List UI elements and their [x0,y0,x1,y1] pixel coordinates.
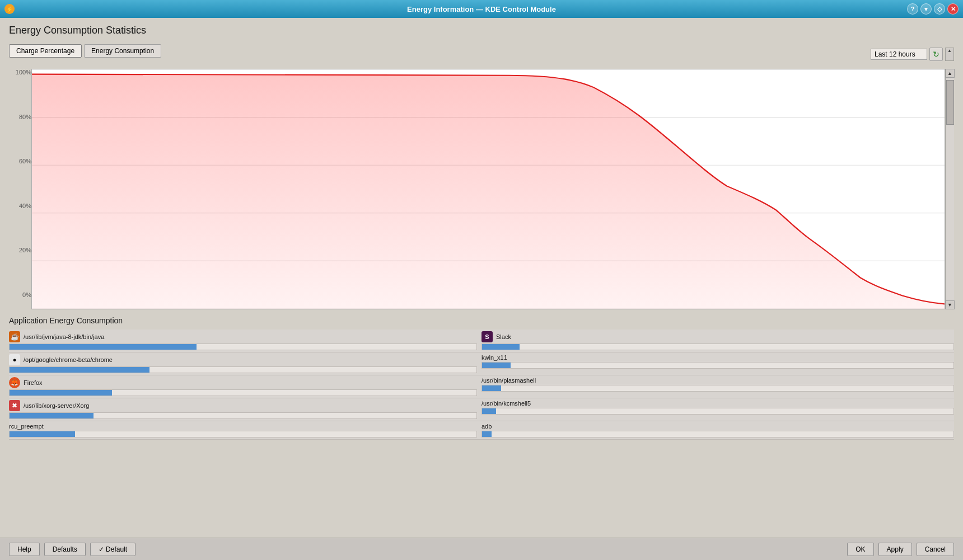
scrollbar-up-arrow[interactable]: ▲ [946,69,955,78]
y-label-100: 100% [9,69,31,76]
title-bar-controls: ? ▾ ◇ ✕ [907,3,959,15]
help-button[interactable]: Help [9,543,40,556]
app-name-chrome: /opt/google/chrome-beta/chrome [24,356,113,363]
app-bar-container [482,431,954,437]
app-name-slack: Slack [496,333,511,340]
app-name-row: ☕ /usr/lib/jvm/java-8-jdk/bin/java [9,331,477,342]
apply-button[interactable]: Apply [878,543,912,556]
y-label-40: 40% [9,203,31,209]
app-name-kcm: /usr/bin/kcmshell5 [482,400,531,407]
y-label-60: 60% [9,158,31,164]
scrollbar-down-arrow[interactable]: ▼ [946,300,955,309]
app-name-row: rcu_preempt [9,423,477,430]
chart-area-fill [32,74,945,309]
app-icon-xorg: ✖ [9,400,20,411]
scrollbar-top[interactable]: ▲ [945,48,954,61]
app-bar-container [482,408,954,415]
app-bar-container [9,389,477,396]
bottom-left-buttons: Help Defaults ✓ Default [9,543,135,556]
app-name-java: /usr/lib/jvm/java-8-jdk/bin/java [24,333,104,340]
close-button[interactable]: ✕ [947,3,959,15]
app-name-row: 🦊 Firefox [9,377,477,388]
app-name-row: S Slack [482,331,954,342]
list-item: ✖ /usr/lib/xorg-server/Xorg [9,398,482,421]
app-bar-container [9,412,477,419]
page-title: Energy Consumption Statistics [9,25,954,36]
bottom-bar: Help Defaults ✓ Default OK Apply Cancel [0,538,963,560]
help-title-button[interactable]: ? [907,3,918,15]
app-bar-firefox [10,390,112,396]
app-bar-container [9,366,477,373]
app-icon-slack: S [482,331,493,342]
app-bar-xorg [10,413,94,418]
tab-energy-consumption[interactable]: Energy Consumption [84,44,161,58]
bottom-right-buttons: OK Apply Cancel [847,543,954,556]
app-bar-chrome [10,367,149,373]
list-item: /usr/bin/plasmashell [482,375,954,398]
app-icon-firefox: 🦊 [9,377,20,388]
app-name-xorg: /usr/lib/xorg-server/Xorg [24,402,89,409]
app-icon: ⚡ [4,4,15,14]
scrollbar-body [946,78,954,300]
title-bar-left: ⚡ [4,4,15,14]
app-name-row: kwin_x11 [482,354,954,361]
tab-bar: Charge Percentage Energy Consumption [9,44,161,58]
list-item: adb [482,421,954,440]
ok-button[interactable]: OK [847,543,873,556]
app-grid: ☕ /usr/lib/jvm/java-8-jdk/bin/java S Sla… [9,330,954,440]
content-area: Energy Consumption Statistics Charge Per… [0,18,963,533]
app-icon-java: ☕ [9,331,20,342]
scrollbar-handle[interactable] [946,80,954,125]
chart-svg [32,69,945,309]
defaults-button[interactable]: Defaults [44,543,86,556]
list-item: kwin_x11 [482,352,954,375]
app-bar-kcm [482,408,496,414]
list-item: ● /opt/google/chrome-beta/chrome [9,352,482,375]
time-range-controls: Last 1 hour Last 6 hours Last 12 hours L… [871,48,954,61]
app-name-row: /usr/bin/kcmshell5 [482,400,954,407]
chart-wrapper: 100% 80% 60% 40% 20% 0% [9,69,954,309]
tab-charge-percentage[interactable]: Charge Percentage [9,44,82,58]
app-name-row: ● /opt/google/chrome-beta/chrome [9,354,477,365]
chart-inner: 100% 80% 60% 40% 20% 0% [9,69,954,309]
main-window: ⚡ Energy Information — KDE Control Modul… [0,0,963,560]
app-name-row: ✖ /usr/lib/xorg-server/Xorg [9,400,477,411]
app-energy-title: Application Energy Consumption [9,316,954,325]
bottom-section: Application Energy Consumption ☕ /usr/li… [9,312,954,440]
app-bar-adb [482,431,492,437]
app-bar-slack [482,344,520,350]
list-item: S Slack [482,330,954,352]
app-bar-container [9,343,477,350]
app-bar-kwin [482,363,511,368]
app-name-plasma: /usr/bin/plasmashell [482,377,536,384]
app-bar-container [482,362,954,369]
y-label-0: 0% [9,291,31,298]
chart-container [31,69,945,309]
list-item: 🦊 Firefox [9,375,482,398]
maximize-button[interactable]: ◇ [934,3,945,15]
list-item: ☕ /usr/lib/jvm/java-8-jdk/bin/java [9,330,482,352]
time-range-select[interactable]: Last 1 hour Last 6 hours Last 12 hours L… [871,49,927,60]
app-name-firefox: Firefox [24,379,43,386]
minimize-button[interactable]: ▾ [920,3,932,15]
window-title: Energy Information — KDE Control Module [407,5,556,13]
y-label-80: 80% [9,114,31,120]
app-name-adb: adb [482,423,492,430]
cancel-button[interactable]: Cancel [917,543,954,556]
app-bar-container [482,385,954,392]
app-name-row: adb [482,423,954,430]
top-controls: Charge Percentage Energy Consumption Las… [9,44,954,64]
app-name-row: /usr/bin/plasmashell [482,377,954,384]
title-bar: ⚡ Energy Information — KDE Control Modul… [0,0,963,18]
app-bar-java [10,344,197,350]
y-label-20: 20% [9,247,31,253]
app-icon-symbol: ⚡ [6,6,13,12]
refresh-button[interactable]: ↻ [929,48,943,61]
list-item: /usr/bin/kcmshell5 [482,398,954,421]
list-item: rcu_preempt [9,421,482,440]
app-name-rcu: rcu_preempt [9,423,44,430]
app-bar-plasma [482,385,501,391]
app-bar-rcu [10,431,75,437]
default-button[interactable]: ✓ Default [90,543,135,556]
right-scrollbar[interactable]: ▲ ▼ [945,69,954,309]
